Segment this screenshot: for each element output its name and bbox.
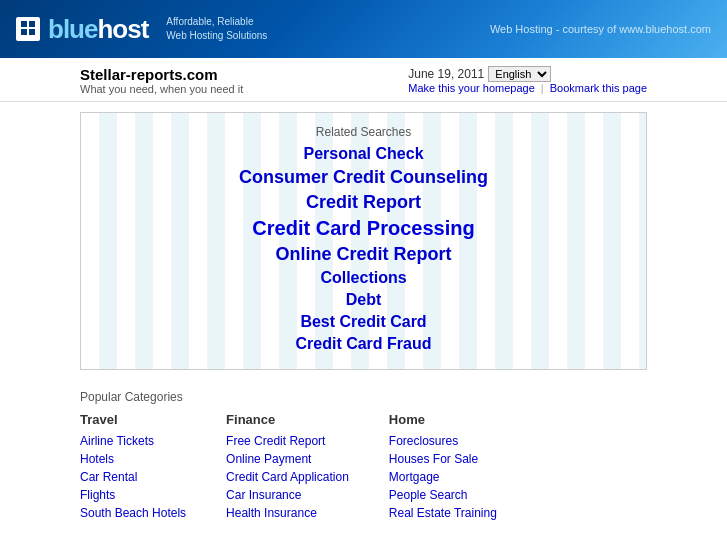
bookmark-link[interactable]: Bookmark this page [550,82,647,94]
list-item: People Search [389,487,497,502]
header-tagline: Affordable, Reliable Web Hosting Solutio… [166,15,267,43]
link-car-rental[interactable]: Car Rental [80,470,137,484]
link-health-insurance[interactable]: Health Insurance [226,506,317,520]
list-item: Car Rental [80,469,186,484]
related-link-online-credit-report[interactable]: Online Credit Report [275,244,451,265]
list-item: Airline Tickets [80,433,186,448]
link-real-estate-training[interactable]: Real Estate Training [389,506,497,520]
site-tagline: What you need, when you need it [80,83,243,95]
category-home-list: Foreclosures Houses For Sale Mortgage Pe… [389,433,497,520]
list-item: Mortgage [389,469,497,484]
category-home: Home Foreclosures Houses For Sale Mortga… [389,412,497,523]
site-date: June 19, 2011 English [408,66,647,82]
related-link-credit-card-fraud[interactable]: Credit Card Fraud [295,335,431,353]
list-item: Health Insurance [226,505,349,520]
category-finance-list: Free Credit Report Online Payment Credit… [226,433,349,520]
hosting-credit: Web Hosting - courtesy of www.bluehost.c… [490,23,711,35]
svg-rect-3 [29,29,35,35]
link-mortgage[interactable]: Mortgage [389,470,440,484]
logo-grid-icon [16,17,40,41]
categories-grid: Travel Airline Tickets Hotels Car Rental… [80,412,647,523]
link-airline-tickets[interactable]: Airline Tickets [80,434,154,448]
logo-text: bluehost [48,14,148,45]
list-item: Online Payment [226,451,349,466]
link-houses-for-sale[interactable]: Houses For Sale [389,452,478,466]
site-info: Stellar-reports.com What you need, when … [80,66,243,95]
header: bluehost Affordable, Reliable Web Hostin… [0,0,727,58]
link-online-payment[interactable]: Online Payment [226,452,311,466]
category-finance: Finance Free Credit Report Online Paymen… [226,412,349,523]
link-south-beach-hotels[interactable]: South Beach Hotels [80,506,186,520]
related-searches-inner: Related Searches Personal Check Consumer… [101,125,626,353]
list-item: Flights [80,487,186,502]
link-flights[interactable]: Flights [80,488,115,502]
link-people-search[interactable]: People Search [389,488,468,502]
list-item: Real Estate Training [389,505,497,520]
link-credit-card-application[interactable]: Credit Card Application [226,470,349,484]
list-item: Houses For Sale [389,451,497,466]
language-select[interactable]: English [488,66,551,82]
list-item: Free Credit Report [226,433,349,448]
site-name: Stellar-reports.com [80,66,243,83]
related-searches-title: Related Searches [101,125,626,139]
site-bar: Stellar-reports.com What you need, when … [0,58,727,102]
category-travel: Travel Airline Tickets Hotels Car Rental… [80,412,186,523]
list-item: Foreclosures [389,433,497,448]
related-links-list: Personal Check Consumer Credit Counselin… [101,145,626,353]
logo-area: bluehost Affordable, Reliable Web Hostin… [16,14,267,45]
popular-categories-title: Popular Categories [80,390,647,404]
category-travel-list: Airline Tickets Hotels Car Rental Flight… [80,433,186,520]
link-free-credit-report[interactable]: Free Credit Report [226,434,325,448]
category-home-heading: Home [389,412,497,427]
main-content: Related Searches Personal Check Consumer… [0,102,727,545]
list-item: South Beach Hotels [80,505,186,520]
list-item: Car Insurance [226,487,349,502]
popular-categories-section: Popular Categories Travel Airline Ticket… [80,390,647,523]
category-travel-heading: Travel [80,412,186,427]
pipe-divider: | [541,82,544,94]
svg-rect-0 [21,21,27,27]
list-item: Hotels [80,451,186,466]
related-link-collections[interactable]: Collections [320,269,406,287]
logo-host: host [97,14,148,44]
svg-rect-1 [29,21,35,27]
related-link-debt[interactable]: Debt [346,291,382,309]
related-link-credit-report[interactable]: Credit Report [306,192,421,213]
related-link-consumer-credit[interactable]: Consumer Credit Counseling [239,167,488,188]
link-hotels[interactable]: Hotels [80,452,114,466]
logo-blue: blue [48,14,97,44]
svg-rect-2 [21,29,27,35]
list-item: Credit Card Application [226,469,349,484]
link-car-insurance[interactable]: Car Insurance [226,488,301,502]
link-foreclosures[interactable]: Foreclosures [389,434,458,448]
site-date-area: June 19, 2011 English Make this your hom… [408,66,647,94]
site-links: Make this your homepage | Bookmark this … [408,82,647,94]
related-link-personal-check[interactable]: Personal Check [303,145,423,163]
related-link-best-credit-card[interactable]: Best Credit Card [300,313,426,331]
homepage-link[interactable]: Make this your homepage [408,82,535,94]
category-finance-heading: Finance [226,412,349,427]
related-link-credit-card-processing[interactable]: Credit Card Processing [252,217,474,240]
related-searches-box: Related Searches Personal Check Consumer… [80,112,647,370]
